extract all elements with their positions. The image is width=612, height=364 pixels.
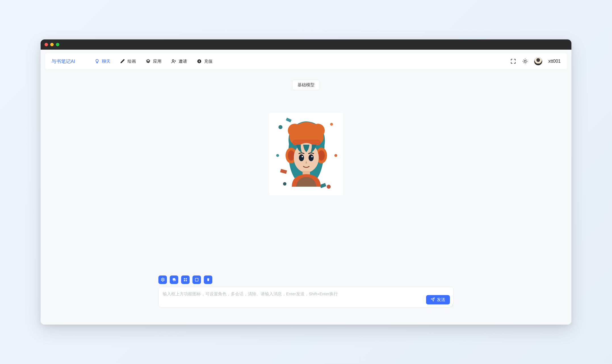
input-zone: 发送 [158, 275, 454, 308]
app-body: 与书笔记AI 聊天 绘画 [41, 50, 571, 325]
fullscreen-icon[interactable] [510, 58, 516, 64]
nav-item-draw[interactable]: 绘画 [120, 59, 136, 64]
svg-text:$: $ [199, 60, 200, 63]
nav-item-apps[interactable]: 应用 [146, 59, 162, 64]
nav-label: 绘画 [127, 59, 136, 64]
username[interactable]: xtt001 [548, 59, 561, 64]
brand-title: 与书笔记AI [51, 58, 75, 65]
apps-icon [146, 59, 151, 64]
svg-point-20 [318, 150, 325, 161]
nav-right: xtt001 [510, 57, 561, 66]
svg-point-10 [334, 154, 337, 157]
svg-point-22 [299, 154, 304, 161]
nav-item-chat[interactable]: 聊天 [95, 59, 110, 64]
svg-point-6 [330, 123, 333, 126]
nav-item-recharge[interactable]: $ 充值 [197, 59, 213, 64]
send-button[interactable]: 发送 [426, 295, 450, 304]
nav-label: 充值 [204, 59, 213, 64]
nav-items: 聊天 绘画 应用 [95, 59, 213, 64]
svg-point-5 [278, 125, 282, 129]
svg-rect-31 [186, 280, 187, 281]
send-label: 发送 [437, 297, 445, 302]
content-area: 基础模型 [41, 70, 571, 325]
multi-session-button[interactable] [170, 275, 178, 284]
svg-point-3 [524, 60, 526, 62]
nav-label: 聊天 [102, 59, 110, 64]
svg-rect-28 [184, 278, 185, 279]
app-window: 与书笔记AI 聊天 绘画 [41, 39, 571, 325]
avatar[interactable] [534, 57, 542, 66]
nav-label: 应用 [153, 59, 162, 64]
hero-image [269, 113, 343, 195]
input-toolbar [158, 275, 454, 284]
message-input[interactable] [162, 290, 423, 305]
model-selector[interactable]: 基础模型 [292, 80, 320, 90]
window-maximize-icon[interactable] [56, 43, 59, 46]
role-settings-button[interactable] [158, 275, 167, 284]
svg-point-25 [311, 156, 313, 157]
svg-point-23 [309, 154, 314, 161]
apps-mini-button[interactable] [181, 275, 190, 284]
theme-toggle-icon[interactable] [522, 58, 528, 64]
clear-button[interactable] [204, 275, 212, 284]
svg-rect-30 [184, 280, 185, 281]
expand-button[interactable] [192, 275, 201, 284]
message-input-box: 发送 [158, 287, 454, 308]
svg-point-8 [327, 185, 331, 189]
svg-point-0 [172, 60, 174, 61]
top-nav: 与书笔记AI 聊天 绘画 [45, 53, 567, 70]
invite-icon [171, 59, 176, 64]
svg-rect-29 [186, 278, 187, 279]
svg-point-9 [276, 154, 279, 157]
svg-point-24 [302, 156, 303, 157]
coin-icon: $ [197, 59, 202, 64]
svg-point-7 [283, 182, 286, 186]
svg-point-18 [288, 150, 295, 161]
window-titlebar [41, 39, 571, 50]
svg-rect-32 [195, 278, 198, 281]
nav-label: 邀请 [179, 59, 187, 64]
send-icon [431, 297, 435, 302]
svg-point-27 [162, 279, 163, 280]
bulb-icon [95, 59, 100, 64]
window-close-icon[interactable] [45, 43, 48, 46]
window-minimize-icon[interactable] [50, 43, 54, 46]
resize-handle-icon[interactable] [450, 304, 452, 306]
pencil-icon [120, 59, 125, 64]
nav-item-invite[interactable]: 邀请 [171, 59, 187, 64]
